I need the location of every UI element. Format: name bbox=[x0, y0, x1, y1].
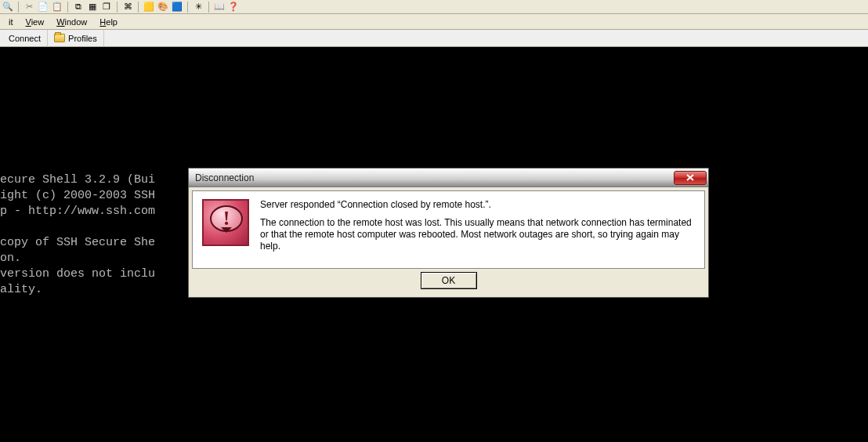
dialog-body: ! Server responded “Connection closed by… bbox=[192, 190, 705, 269]
quick-bar: Connect Profiles bbox=[0, 30, 868, 47]
print-preview-icon[interactable]: 🔍 bbox=[2, 1, 14, 13]
menu-view[interactable]: View bbox=[20, 16, 50, 28]
paste-icon[interactable]: 📋 bbox=[51, 1, 63, 13]
menu-window[interactable]: Window bbox=[51, 16, 92, 28]
profiles-label: Profiles bbox=[68, 34, 97, 43]
quick-connect-button[interactable]: Connect bbox=[0, 30, 48, 46]
new-window-icon[interactable]: ⧉ bbox=[72, 1, 85, 13]
dialog-message-line2: The connection to the remote host was lo… bbox=[260, 217, 693, 252]
settings-icon[interactable]: ✳ bbox=[192, 1, 204, 13]
menu-bar: iEditt View Window Help bbox=[0, 14, 868, 30]
menu-edit[interactable]: iEditt bbox=[3, 16, 19, 28]
menu-help[interactable]: Help bbox=[94, 16, 123, 28]
color-a-icon[interactable]: 🟨 bbox=[143, 1, 155, 13]
profiles-button[interactable]: Profiles bbox=[48, 30, 104, 46]
dialog-message: Server responded “Connection closed by r… bbox=[260, 199, 693, 259]
icon-toolbar: 🔍 ✂ 📄 📋 ⧉ ▦ ❐ ⌘ 🟨 🎨 🟦 ✳ 📖 ❓ bbox=[0, 0, 868, 14]
dialog-titlebar[interactable]: Disconnection bbox=[189, 168, 708, 187]
close-button[interactable] bbox=[674, 171, 707, 185]
help-book-icon[interactable]: 📖 bbox=[213, 1, 226, 13]
quick-connect-label: Connect bbox=[6, 34, 41, 43]
folder-icon bbox=[54, 34, 65, 42]
terminal-text: ecure Shell 3.2.9 (Bui ight (c) 2000-200… bbox=[0, 173, 155, 296]
color-c-icon[interactable]: 🟦 bbox=[171, 1, 183, 13]
close-icon bbox=[686, 174, 694, 181]
ok-button[interactable]: OK bbox=[421, 272, 477, 289]
dialog-buttons: OK bbox=[189, 272, 708, 297]
copy-icon[interactable]: 📄 bbox=[37, 1, 49, 13]
whats-this-icon[interactable]: ❓ bbox=[227, 1, 240, 13]
tile-icon[interactable]: ▦ bbox=[86, 1, 99, 13]
disconnection-dialog: Disconnection ! Server responded “Connec… bbox=[188, 168, 709, 298]
error-icon: ! bbox=[202, 199, 249, 246]
cut-icon[interactable]: ✂ bbox=[23, 1, 35, 13]
terminal-icon[interactable]: ⌘ bbox=[121, 1, 134, 13]
dialog-title: Disconnection bbox=[195, 172, 674, 183]
dialog-message-line1: Server responded “Connection closed by r… bbox=[260, 199, 693, 211]
color-b-icon[interactable]: 🎨 bbox=[157, 1, 169, 13]
exclamation-icon: ! bbox=[223, 208, 230, 229]
cascade-icon[interactable]: ❐ bbox=[100, 1, 113, 13]
